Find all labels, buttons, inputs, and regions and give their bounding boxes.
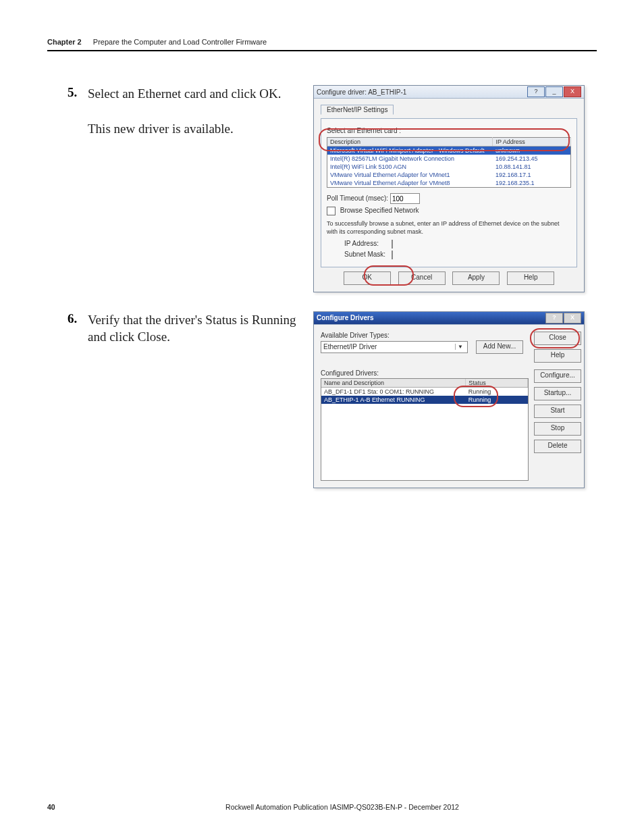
help-icon[interactable]: ? — [545, 313, 563, 323]
step-number: 6. — [68, 311, 88, 326]
add-new-button[interactable]: Add New... — [476, 340, 523, 354]
available-driver-label: Available Driver Types: — [321, 332, 529, 339]
table-row[interactable]: Intel(R) WiFi Link 5100 AGN 10.88.141.81 — [327, 163, 571, 171]
publication-line: Rockwell Automation Publication IASIMP-Q… — [88, 803, 597, 811]
browse-checkbox[interactable] — [327, 207, 336, 215]
configure-driver-dialog: Configure driver: AB_ETHIP-1 ? _ X Ether… — [313, 85, 585, 292]
table-row[interactable]: VMware Virtual Ethernet Adapter for VMne… — [327, 179, 571, 188]
poll-timeout-label: Poll Timeout (msec): — [327, 194, 388, 202]
step-5: 5. Select an Ethernet card and click OK.… — [68, 85, 597, 292]
dialog-title: Configure Drivers — [317, 314, 373, 321]
browse-network-row[interactable]: Browse Specified Network — [327, 207, 571, 215]
page-footer: 40 Rockwell Automation Publication IASIM… — [47, 803, 597, 811]
help-icon[interactable]: ? — [527, 86, 545, 97]
tab-ethernet-ip-settings[interactable]: EtherNet/IP Settings — [321, 105, 394, 115]
cancel-button[interactable]: Cancel — [398, 271, 446, 285]
step-number: 5. — [68, 85, 88, 100]
subnet-mask-label: Subnet Mask: — [344, 251, 392, 258]
dialog-titlebar[interactable]: Configure Drivers ? X — [314, 312, 584, 325]
col-name: Name and Description — [321, 379, 466, 388]
select-card-label: Select an Ethernet card : — [327, 127, 571, 134]
poll-timeout-input[interactable] — [390, 193, 420, 204]
chapter-label: Chapter 2 — [47, 38, 82, 46]
table-row[interactable]: VMware Virtual Ethernet Adapter for VMne… — [327, 171, 571, 179]
help-button[interactable]: Help — [507, 271, 554, 285]
apply-button[interactable]: Apply — [452, 271, 500, 285]
ip-address-label: IP Address: — [344, 240, 392, 247]
configure-button[interactable]: Configure... — [534, 369, 581, 383]
step-6: 6. Verify that the driver's Status is Ru… — [68, 311, 597, 488]
ip-address-input[interactable] — [392, 240, 393, 249]
configured-drivers-label: Configured Drivers: — [321, 369, 529, 377]
col-description: Description — [327, 138, 493, 147]
table-row[interactable]: AB_ETHIP-1 A-B Ethernet RUNNING Running — [321, 396, 528, 404]
dialog-titlebar[interactable]: Configure driver: AB_ETHIP-1 ? _ X — [314, 86, 584, 99]
table-row[interactable]: Microsoft Virtual WiFi Miniport Adapter … — [327, 147, 571, 155]
step-subtext: This new driver is available. — [88, 120, 300, 138]
header-rule — [47, 50, 597, 51]
close-button[interactable]: Close — [534, 332, 581, 345]
table-row[interactable]: Intel(R) 82567LM Gigabit Network Connect… — [327, 155, 571, 163]
browse-network-label: Browse Specified Network — [340, 207, 419, 214]
driver-type-value: Ethernet/IP Driver — [323, 343, 377, 350]
close-icon[interactable]: X — [564, 86, 581, 97]
step-text: Select an Ethernet card and click OK. — [88, 85, 300, 103]
configured-drivers-list[interactable]: Name and Description Status AB_DF1-1 DF1… — [321, 378, 529, 481]
ethernet-card-table[interactable]: Description IP Address Microsoft Virtual… — [327, 137, 571, 188]
page-number: 40 — [47, 803, 88, 811]
col-ip-address: IP Address — [493, 138, 571, 147]
dialog-title: Configure driver: AB_ETHIP-1 — [317, 88, 406, 96]
subnet-mask-input[interactable] — [392, 251, 393, 259]
chapter-title: Prepare the Computer and Load Controller… — [93, 38, 267, 46]
running-header: Chapter 2 Prepare the Computer and Load … — [47, 38, 597, 46]
driver-type-select[interactable]: Ethernet/IP Driver ▼ — [321, 341, 468, 353]
table-row[interactable]: AB_DF1-1 DF1 Sta: 0 COM1: RUNNING Runnin… — [321, 387, 528, 396]
startup-button[interactable]: Startup... — [534, 387, 581, 400]
col-status: Status — [466, 379, 528, 388]
chevron-down-icon: ▼ — [455, 344, 465, 350]
poll-timeout-row: Poll Timeout (msec): — [327, 193, 571, 204]
delete-button[interactable]: Delete — [534, 440, 581, 453]
minimize-icon[interactable]: _ — [545, 86, 563, 97]
step-text: Verify that the driver's Status is Runni… — [88, 311, 300, 346]
close-icon[interactable]: X — [564, 313, 581, 323]
ok-button[interactable]: OK — [344, 271, 391, 285]
browse-note: To successfully browse a subnet, enter a… — [327, 219, 571, 236]
configure-drivers-dialog: Configure Drivers ? X Available Driver T… — [313, 311, 585, 488]
start-button[interactable]: Start — [534, 405, 581, 418]
help-button[interactable]: Help — [534, 349, 581, 363]
stop-button[interactable]: Stop — [534, 422, 581, 436]
